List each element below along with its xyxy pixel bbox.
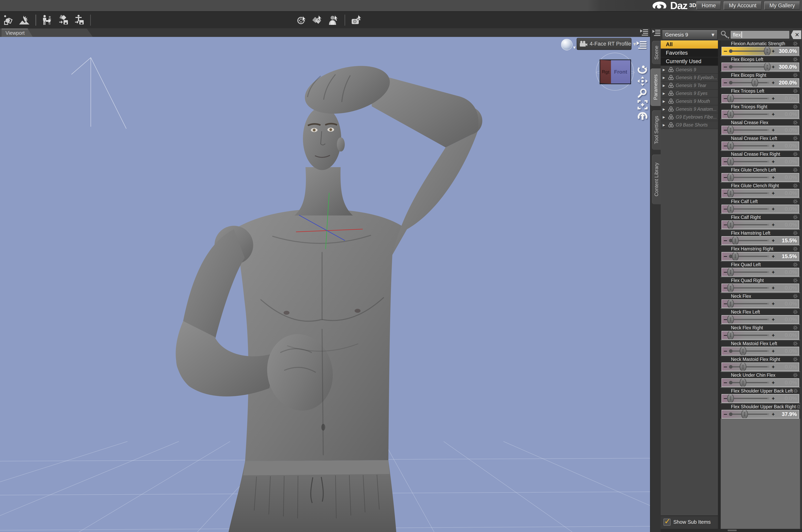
slider-track[interactable] [729,335,769,336]
slider-track[interactable] [729,114,769,115]
slider-track[interactable] [729,414,769,415]
slider-handle[interactable] [727,157,734,166]
gear-icon[interactable] [793,262,798,267]
scene-tree-item[interactable]: ▶ Genesis 9 Anatom... [661,106,718,113]
home-icon[interactable] [637,112,648,121]
slider-track[interactable] [729,82,769,83]
expand-arrow-icon[interactable]: ▶ [663,123,666,127]
expand-arrow-icon[interactable]: ▶ [663,84,666,88]
parameter-value[interactable]: 0.0% [777,380,799,386]
slider-handle[interactable] [727,141,734,150]
parameter-value[interactable]: 300.0% [777,48,799,54]
decrement-button[interactable]: − [722,364,729,370]
viewport-pane-menu-icon[interactable] [640,29,648,36]
slider-track[interactable] [729,130,769,131]
parameter-value[interactable]: 0.0% [777,301,799,307]
viewport-3d[interactable]: ▼ 4-Face RT Profile ▼ [0,37,650,532]
parameter-value[interactable]: 0.0% [777,206,799,212]
increment-button[interactable]: + [770,64,777,70]
fit-character-icon[interactable] [42,14,53,26]
slider-track[interactable] [729,350,769,352]
slider-handle[interactable] [727,221,734,229]
view-cube-faces[interactable]: Rgt Front [599,59,631,84]
slider-track[interactable] [729,271,769,273]
view-cube-front-face[interactable]: Front [611,60,630,83]
gear-icon[interactable] [793,183,798,188]
gear-icon[interactable] [793,151,798,157]
gear-icon[interactable] [793,57,798,62]
gear-icon[interactable] [793,372,798,378]
scene-tree-item[interactable]: ▶ Genesis 9 Eyelash... [661,74,718,82]
slider-handle[interactable] [727,268,734,277]
search-input[interactable]: flex [730,31,790,39]
my-gallery-button[interactable]: My Gallery [764,1,800,10]
increment-button[interactable]: + [770,301,777,307]
increment-button[interactable]: + [770,95,777,102]
node-selector-dropdown[interactable]: Genesis 9 ▼ [662,30,718,40]
parameter-value[interactable]: 0.0% [777,364,799,370]
slider-handle[interactable] [727,284,734,292]
slider-track[interactable] [729,382,769,383]
parameter-value[interactable]: 0.0% [777,159,799,165]
gear-icon[interactable] [793,246,798,252]
slider-handle[interactable] [732,236,739,245]
save-character-icon[interactable] [73,14,85,26]
parameter-value[interactable]: 0.0% [777,348,799,354]
parameter-value[interactable]: 0.0% [777,332,799,338]
zoom-icon[interactable] [637,88,648,98]
parameter-value[interactable]: 0.0% [777,143,799,149]
slider-track[interactable] [729,177,769,178]
increment-button[interactable]: + [770,396,777,402]
increment-button[interactable]: + [770,127,777,133]
filter-currently-used[interactable]: Currently Used [661,57,718,66]
slider-track[interactable] [729,98,769,99]
decrement-button[interactable]: − [722,253,729,259]
gear-icon[interactable] [793,357,798,362]
genesis9-figure[interactable] [176,58,482,461]
gear-icon[interactable] [793,325,798,330]
slider-handle[interactable] [740,362,746,371]
pan-icon[interactable] [637,76,648,86]
viewport-options-menu-icon[interactable] [636,40,647,50]
slider-handle[interactable] [727,299,734,308]
increment-button[interactable]: + [770,159,777,165]
slider-handle[interactable] [732,252,739,261]
gear-icon[interactable] [793,41,798,46]
scene-tree-item[interactable]: ▶ Genesis 9 Mouth [661,97,718,106]
parameter-value[interactable]: 0.0% [777,317,799,323]
increment-button[interactable]: + [770,111,777,117]
side-tab-parameters[interactable]: Parameters [650,69,661,106]
decrement-button[interactable]: − [722,348,729,354]
gear-icon[interactable] [793,199,798,204]
increment-button[interactable]: + [770,253,777,260]
parameter-value[interactable]: 0.0% [777,127,799,133]
decrement-button[interactable]: − [722,238,729,244]
increment-button[interactable]: + [770,285,777,291]
slider-handle[interactable] [764,62,771,71]
my-account-button[interactable]: My Account [724,1,762,10]
filter-favorites[interactable]: Favorites [661,49,718,57]
gear-icon[interactable] [793,120,798,125]
slider-track[interactable] [729,366,769,367]
gear-icon[interactable] [793,136,798,141]
side-tab-content-library[interactable]: Content Library [652,154,661,204]
scene-tree-item[interactable]: ▶ G9 Base Shorts [661,121,718,129]
parameter-value[interactable]: 200.0% [777,80,799,86]
increment-button[interactable]: + [770,48,777,54]
slider-handle[interactable] [727,315,734,324]
expand-arrow-icon[interactable]: ▶ [663,99,666,103]
parameter-value[interactable]: 0.0% [777,190,799,196]
slider-track[interactable] [729,145,769,147]
horizontal-scrollbar[interactable] [661,529,802,532]
side-tab-tool-settings[interactable]: Tool Settings [652,110,661,150]
gear-icon[interactable] [793,388,798,394]
slider-handle[interactable] [764,47,771,55]
home-button[interactable]: Home [696,1,721,10]
gear-icon[interactable] [793,309,798,315]
parameter-value[interactable]: 0.0% [777,269,799,275]
expand-arrow-icon[interactable]: ▶ [663,107,666,111]
surface-selection-tool-icon[interactable] [312,14,323,26]
slider-track[interactable] [729,193,769,194]
gear-icon[interactable] [793,230,798,236]
increment-button[interactable]: + [770,269,777,275]
